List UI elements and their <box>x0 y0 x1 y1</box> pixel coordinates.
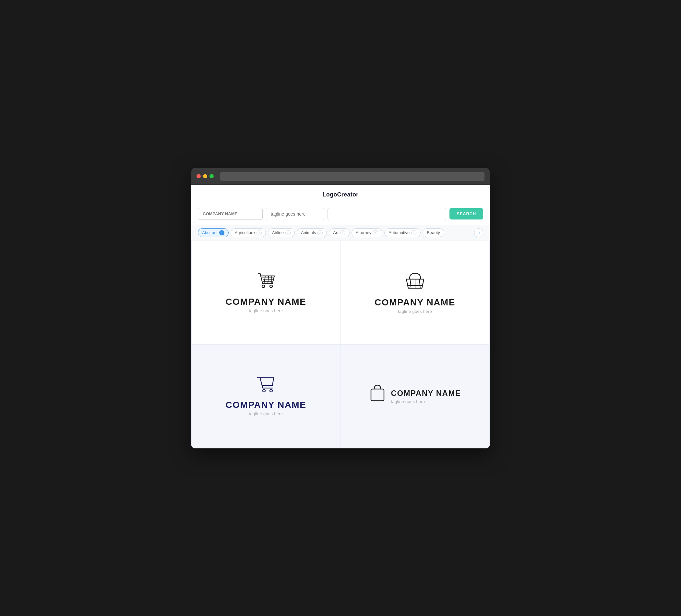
minimize-button[interactable] <box>203 174 207 178</box>
filter-animals-label: Animals <box>301 230 316 235</box>
svg-rect-15 <box>371 389 384 401</box>
traffic-lights <box>197 174 214 178</box>
logo-card-3[interactable]: COMPANY NAME tagline goes here <box>191 344 340 448</box>
filter-attorney[interactable]: Attorney ✓ <box>352 228 382 237</box>
company-name-input[interactable]: COMPANY NAME <box>198 208 263 220</box>
filter-beauty-label: Beauty <box>427 230 440 235</box>
logo-3-company-name: COMPANY NAME <box>226 400 306 410</box>
filter-automotive-check: ✓ <box>411 230 417 235</box>
svg-point-14 <box>270 389 272 392</box>
filter-attorney-label: Attorney <box>356 230 371 235</box>
shopping-cart-outline-icon <box>256 377 276 394</box>
logo-2-company-name: COMPANY NAME <box>375 297 455 308</box>
logo-card-4[interactable]: COMPANY NAME tagline goes here <box>340 344 490 448</box>
logo-1-tagline: tagline goes here <box>249 308 283 313</box>
search-button[interactable]: SEARCH <box>450 208 483 220</box>
svg-line-10 <box>419 279 420 288</box>
color-input[interactable] <box>328 208 446 220</box>
filter-beauty[interactable]: Beauty <box>423 228 444 237</box>
filter-abstract-label: Abstract <box>202 230 218 235</box>
tagline-input[interactable]: tagline goes here <box>266 208 324 220</box>
browser-titlebar <box>191 168 490 185</box>
filter-agriculture[interactable]: Agriculture ✓ <box>231 228 266 237</box>
filter-airline-label: Airline <box>272 230 284 235</box>
filter-airline[interactable]: Airline ✓ <box>268 228 295 237</box>
filter-attorney-check: ✓ <box>373 230 378 235</box>
browser-window: LogoCreator COMPANY NAME tagline goes he… <box>191 168 490 448</box>
svg-point-7 <box>270 285 272 288</box>
filter-abstract-check: ✓ <box>219 230 224 235</box>
filter-agriculture-check: ✓ <box>256 230 262 235</box>
search-bar: COMPANY NAME tagline goes here SEARCH <box>191 203 490 225</box>
filter-abstract[interactable]: Abstract ✓ <box>198 228 229 237</box>
filter-next-arrow[interactable]: → <box>474 228 483 237</box>
shopping-basket-icon <box>404 272 426 292</box>
svg-line-4 <box>268 276 269 284</box>
close-button[interactable] <box>197 174 201 178</box>
shopping-bag-icon <box>369 383 386 404</box>
logo-card-1[interactable]: COMPANY NAME tagline goes here <box>191 241 340 344</box>
filter-automotive-label: Automotive <box>388 230 409 235</box>
svg-point-13 <box>263 389 265 392</box>
logo-4-tagline: tagline goes here <box>391 399 461 404</box>
logo-grid: COMPANY NAME tagline goes here <box>191 241 490 448</box>
filter-animals[interactable]: Animals ✓ <box>297 228 327 237</box>
logo-4-text-group: COMPANY NAME tagline goes here <box>391 389 461 404</box>
app-content: LogoCreator COMPANY NAME tagline goes he… <box>191 185 490 448</box>
filter-bar: Abstract ✓ Agriculture ✓ Airline ✓ Anima… <box>191 225 490 241</box>
app-title: LogoCreator <box>322 191 358 198</box>
svg-point-6 <box>262 285 264 288</box>
app-header: LogoCreator <box>191 185 490 203</box>
filter-art[interactable]: Art ✓ <box>329 228 350 237</box>
filter-art-check: ✓ <box>340 230 345 235</box>
svg-line-9 <box>410 279 411 288</box>
filter-art-label: Art <box>333 230 338 235</box>
logo-3-tagline: tagline goes here <box>249 411 283 416</box>
filter-agriculture-label: Agriculture <box>235 230 255 235</box>
logo-2-tagline: tagline goes here <box>398 309 432 314</box>
filter-airline-check: ✓ <box>285 230 291 235</box>
maximize-button[interactable] <box>209 174 214 178</box>
logo-1-company-name: COMPANY NAME <box>226 297 306 307</box>
logo-card-2[interactable]: COMPANY NAME tagline goes here <box>340 241 490 344</box>
logo-4-company-name: COMPANY NAME <box>391 389 461 398</box>
address-bar[interactable] <box>220 172 484 181</box>
filter-animals-check: ✓ <box>318 230 323 235</box>
filter-automotive[interactable]: Automotive ✓ <box>384 228 421 237</box>
shopping-cart-icon <box>255 272 276 291</box>
